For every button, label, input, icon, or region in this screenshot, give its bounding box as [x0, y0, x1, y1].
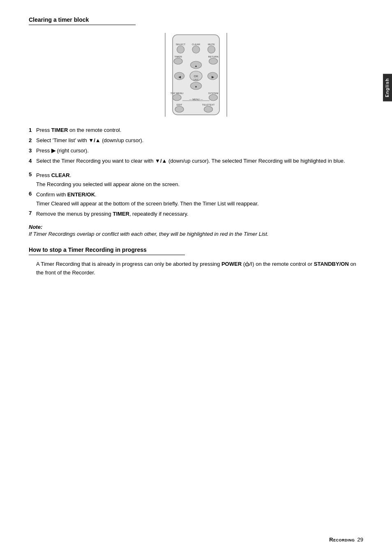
- svg-text:SYSTEM: SYSTEM: [208, 92, 219, 94]
- step-5: 5 Press CLEAR.: [29, 171, 363, 180]
- step-7: 7 Remove the menus by pressing TIMER, re…: [29, 210, 363, 218]
- side-tab-label: English: [385, 78, 390, 97]
- section2-title: How to stop a Timer Recording in progres…: [29, 246, 185, 255]
- svg-point-26: [173, 94, 181, 101]
- step-4: 4 Select the Timer Recording you want to…: [29, 157, 363, 165]
- step-5-sub: The Recording you selected will appear a…: [36, 180, 363, 189]
- step-1-num: 1: [29, 126, 36, 134]
- note-section: Note: If Timer Recordings overlap or con…: [29, 224, 363, 238]
- step-4-content: Select the Timer Recording you want to c…: [36, 157, 363, 165]
- remote-svg: SELECT CLEAR MUTE TIMER RETURN ▲ ◀: [159, 32, 233, 118]
- svg-text:TOP MENU: TOP MENU: [171, 92, 183, 94]
- step-2-num: 2: [29, 136, 36, 145]
- step-6-sub: Timer Cleared will appear at the bottom …: [36, 200, 363, 208]
- svg-point-27: [209, 94, 218, 101]
- svg-text:— MENU —: — MENU —: [189, 98, 203, 101]
- svg-text:UNIT: UNIT: [194, 78, 199, 81]
- note-text: If Timer Recordings overlap or conflict …: [29, 230, 363, 238]
- step-7-num: 7: [29, 210, 36, 216]
- svg-text:TELETEXT: TELETEXT: [202, 104, 215, 106]
- step-2: 2 Select 'Timer list' with ▼/▲ (down/up …: [29, 136, 363, 145]
- side-tab: English: [383, 74, 392, 101]
- svg-point-12: [209, 58, 218, 64]
- section1: Clearing a timer block SELECT CLEAR MUTE: [29, 16, 363, 238]
- step-6-content: Confirm with ENTER/OK.: [36, 191, 363, 199]
- step-1-content: Press TIMER on the remote control.: [36, 126, 363, 134]
- svg-text:TIMER: TIMER: [174, 55, 182, 58]
- footer-recording-label: Recording: [329, 537, 355, 543]
- svg-text:▲: ▲: [194, 64, 197, 68]
- svg-point-33: [204, 106, 213, 113]
- svg-point-8: [208, 46, 215, 53]
- svg-point-32: [175, 106, 184, 113]
- svg-point-7: [192, 46, 200, 53]
- svg-text:▼: ▼: [194, 85, 197, 89]
- footer-page-number: 29: [357, 537, 363, 543]
- step-4-num: 4: [29, 157, 36, 165]
- svg-text:MUTE: MUTE: [208, 43, 215, 46]
- page-container: English Clearing a timer block SELECT CL…: [0, 0, 392, 555]
- step-3: 3 Press ▶ (right cursor).: [29, 147, 363, 155]
- svg-text:EDIT: EDIT: [177, 104, 182, 106]
- step-5-num: 5: [29, 171, 36, 177]
- svg-text:CLEAR: CLEAR: [192, 43, 201, 46]
- step-5-content: Press CLEAR.: [36, 171, 363, 180]
- remote-illustration: SELECT CLEAR MUTE TIMER RETURN ▲ ◀: [29, 32, 363, 118]
- section2: How to stop a Timer Recording in progres…: [29, 246, 363, 277]
- step-2-content: Select 'Timer list' with ▼/▲ (down/up cu…: [36, 136, 363, 145]
- step-6-num: 6: [29, 191, 36, 197]
- step-3-num: 3: [29, 147, 36, 155]
- svg-text:◀: ◀: [178, 75, 181, 79]
- svg-point-11: [174, 58, 182, 64]
- step-1: 1 Press TIMER on the remote control.: [29, 126, 363, 134]
- svg-text:▶: ▶: [212, 75, 214, 79]
- svg-text:SELECT: SELECT: [176, 43, 186, 46]
- step-3-content: Press ▶ (right cursor).: [36, 147, 363, 155]
- footer: Recording 29: [329, 537, 363, 543]
- note-label: Note:: [29, 224, 363, 230]
- step-7-content: Remove the menus by pressing TIMER, repe…: [36, 210, 363, 218]
- svg-text:RETURN: RETURN: [208, 55, 219, 58]
- section2-body: A Timer Recording that is already in pro…: [36, 260, 363, 277]
- svg-text:OK: OK: [194, 74, 198, 78]
- svg-point-6: [177, 46, 184, 53]
- section1-title: Clearing a timer block: [29, 16, 136, 25]
- steps-list: 1 Press TIMER on the remote control. 2 S…: [29, 126, 363, 166]
- step-6: 6 Confirm with ENTER/OK.: [29, 191, 363, 199]
